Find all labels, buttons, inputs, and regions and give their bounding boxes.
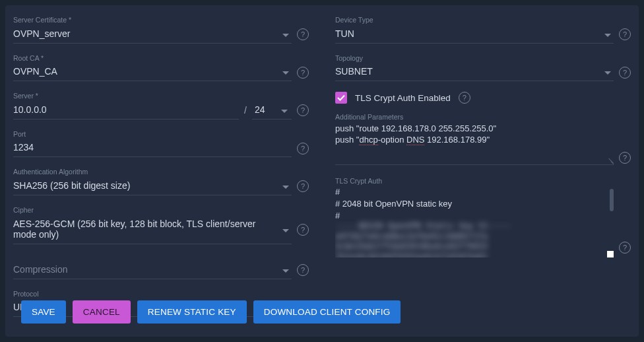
scrollbar-thumb[interactable] <box>610 189 614 211</box>
resize-handle-icon[interactable] <box>607 251 614 257</box>
additional-params-field: Additional Parameters push "route 192.16… <box>335 113 631 165</box>
tls-crypt-auth-textarea[interactable]: # # 2048 bit OpenVPN static key # -----B… <box>335 186 614 257</box>
tls-crypt-enabled-row: TLS Crypt Auth Enabled ? <box>335 92 631 104</box>
help-icon[interactable]: ? <box>297 264 309 276</box>
topology-value: SUBNET <box>335 63 602 81</box>
server-ip-input[interactable]: 10.0.0.0 <box>13 102 239 120</box>
help-icon[interactable]: ? <box>297 143 309 154</box>
help-icon[interactable]: ? <box>297 104 309 116</box>
help-icon[interactable]: ? <box>297 224 309 236</box>
additional-params-textarea[interactable]: push "route 192.168.178.0 255.255.255.0"… <box>335 123 614 165</box>
port-value: 1234 <box>13 139 292 156</box>
help-icon[interactable]: ? <box>619 242 631 254</box>
auth-algorithm-value: SHA256 (256 bit digest size) <box>13 178 280 195</box>
topology-select[interactable]: SUBNET <box>335 63 614 81</box>
chevron-down-icon <box>602 28 614 40</box>
protocol-label: Protocol <box>13 290 309 298</box>
root-ca-value: OVPN_CA <box>13 63 280 81</box>
help-icon[interactable]: ? <box>297 67 309 79</box>
port-field: Port 1234 ? <box>13 130 309 158</box>
chevron-down-icon <box>280 224 292 236</box>
topology-label: Topology <box>335 54 631 63</box>
compression-placeholder: Compression <box>13 261 280 279</box>
cipher-value: AES-256-GCM (256 bit key, 128 bit block,… <box>13 216 280 244</box>
device-type-value: TUN <box>335 26 602 43</box>
additional-params-label: Additional Parameters <box>335 113 631 121</box>
cidr-slash: / <box>244 105 247 120</box>
chevron-down-icon <box>280 264 292 276</box>
help-icon[interactable]: ? <box>619 152 631 164</box>
chevron-down-icon <box>602 66 614 78</box>
help-icon[interactable]: ? <box>619 28 631 40</box>
tls-crypt-enabled-checkbox[interactable] <box>335 92 347 104</box>
chevron-down-icon <box>280 28 292 40</box>
tls-crypt-auth-field: TLS Crypt Auth # # 2048 bit OpenVPN stat… <box>335 177 631 258</box>
renew-static-key-button[interactable]: RENEW STATIC KEY <box>137 300 247 324</box>
tls-crypt-enabled-label: TLS Crypt Auth Enabled <box>355 93 451 103</box>
redacted-key-block: -----BEGIN OpenVPN Static key V1----- a9… <box>335 221 614 257</box>
server-prefix-select[interactable]: 24 <box>252 102 292 120</box>
left-column: Server Certificate * OVPN_server ? Root … <box>13 16 309 327</box>
server-certificate-value: OVPN_server <box>13 26 280 43</box>
check-icon <box>337 93 346 102</box>
help-icon[interactable]: ? <box>459 92 470 104</box>
chevron-down-icon <box>280 180 292 192</box>
port-label: Port <box>13 130 309 139</box>
cancel-button[interactable]: CANCEL <box>73 300 131 324</box>
server-label: Server * <box>13 92 309 100</box>
resize-handle-icon[interactable] <box>607 156 614 163</box>
auth-algorithm-field: Authentication Algorithm SHA256 (256 bit… <box>13 168 309 195</box>
compression-select[interactable]: Compression <box>13 261 292 279</box>
topology-field: Topology SUBNET ? <box>335 54 631 82</box>
right-column: Device Type TUN ? Topology SUBNET <box>335 16 631 327</box>
server-ip-value: 10.0.0.0 <box>13 102 239 119</box>
settings-panel: Server Certificate * OVPN_server ? Root … <box>5 5 639 337</box>
help-icon[interactable]: ? <box>297 28 309 40</box>
device-type-field: Device Type TUN ? <box>335 16 631 44</box>
server-prefix-value: 24 <box>252 102 278 119</box>
tls-crypt-auth-value: # # 2048 bit OpenVPN static key # -----B… <box>335 186 614 257</box>
tls-crypt-auth-label: TLS Crypt Auth <box>335 177 631 186</box>
help-icon[interactable]: ? <box>619 67 631 79</box>
auth-algorithm-label: Authentication Algorithm <box>13 168 309 176</box>
server-certificate-field: Server Certificate * OVPN_server ? <box>13 16 309 44</box>
root-ca-label: Root CA * <box>13 54 309 63</box>
server-certificate-label: Server Certificate * <box>13 16 309 24</box>
help-icon[interactable]: ? <box>297 180 309 192</box>
device-type-select[interactable]: TUN <box>335 26 614 44</box>
additional-params-value: push "route 192.168.178.0 255.255.255.0"… <box>335 123 614 164</box>
cipher-label: Cipher <box>13 206 309 215</box>
save-button[interactable]: SAVE <box>21 300 66 324</box>
download-client-config-button[interactable]: DOWNLOAD CLIENT CONFIG <box>253 300 401 324</box>
cipher-field: Cipher AES-256-GCM (256 bit key, 128 bit… <box>13 206 309 244</box>
cipher-select[interactable]: AES-256-GCM (256 bit key, 128 bit block,… <box>13 216 292 244</box>
root-ca-select[interactable]: OVPN_CA <box>13 63 292 81</box>
server-field: Server * 10.0.0.0 / 24 <box>13 92 309 120</box>
chevron-down-icon <box>280 66 292 78</box>
action-buttons: SAVE CANCEL RENEW STATIC KEY DOWNLOAD CL… <box>21 300 401 324</box>
compression-field: Compression ? <box>13 261 309 279</box>
root-ca-field: Root CA * OVPN_CA ? <box>13 54 309 82</box>
port-input[interactable]: 1234 <box>13 139 292 157</box>
form-columns: Server Certificate * OVPN_server ? Root … <box>13 16 631 327</box>
chevron-down-icon <box>278 104 290 116</box>
auth-algorithm-select[interactable]: SHA256 (256 bit digest size) <box>13 178 292 195</box>
device-type-label: Device Type <box>335 16 631 24</box>
server-certificate-select[interactable]: OVPN_server <box>13 26 292 44</box>
